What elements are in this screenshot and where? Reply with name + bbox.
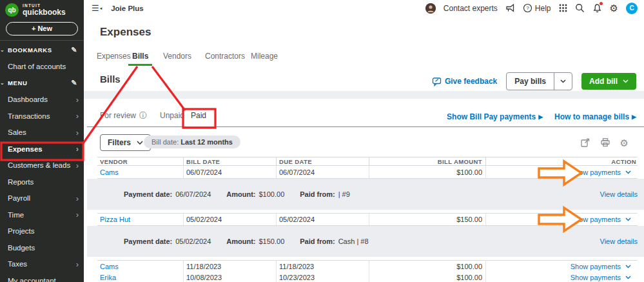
export-icon[interactable] — [580, 137, 590, 148]
vendor-link[interactable]: Pizza Hut — [100, 216, 130, 223]
sidebar-item-expenses[interactable]: Expenses › — [0, 141, 84, 157]
chevron-down-icon — [625, 170, 631, 174]
chip-value: Last 12 months — [181, 138, 233, 146]
chevron-right-icon: › — [76, 128, 79, 137]
bill-date-cell: 10/08/2023 — [183, 272, 276, 282]
chevron-down-icon — [560, 79, 566, 83]
show-payments-link[interactable]: Show payments — [571, 274, 636, 281]
vendor-link[interactable]: Cams — [100, 263, 119, 270]
new-button[interactable]: + New — [6, 22, 78, 35]
table-row: Cams 06/07/2024 06/07/2024 $100.00 Show … — [97, 166, 638, 179]
sidebar-item-my-accountant[interactable]: My accountant — [0, 272, 84, 282]
vendor-link[interactable]: Erika — [100, 274, 116, 281]
tab-contractors[interactable]: Contractors — [205, 52, 245, 64]
tab-expenses[interactable]: Expenses — [97, 52, 131, 64]
tab-mileage[interactable]: Mileage — [251, 52, 278, 64]
bill-date-filter-chip[interactable]: Bill date: Last 12 months — [144, 136, 240, 148]
settings-gear-icon[interactable]: ⚙ — [610, 3, 618, 13]
search-icon[interactable] — [575, 3, 585, 13]
chevron-down-icon — [623, 79, 629, 83]
show-bill-pay-payments-link[interactable]: Show Bill Pay payments▶ — [447, 112, 543, 121]
chevron-right-icon: › — [76, 260, 79, 268]
due-date-cell: 05/02/2024 — [276, 214, 369, 225]
how-to-manage-bills-link[interactable]: How to manage bills▶ — [554, 112, 636, 121]
collapse-caret-icon: ⌄ — [0, 47, 5, 53]
account-avatar[interactable]: C — [626, 3, 638, 14]
feedback-bubble-icon — [432, 77, 442, 86]
edit-pencil-icon[interactable]: ✎ — [71, 79, 77, 87]
pay-bills-dropdown[interactable] — [554, 73, 572, 90]
bill-amount-cell: $100.00 — [369, 272, 485, 282]
collapse-caret-icon: ⌄ — [0, 80, 5, 86]
add-bill-label: Add bill — [589, 77, 618, 86]
sidebar-item-sales[interactable]: Sales › — [0, 125, 84, 141]
show-payments-link[interactable]: Show payments — [571, 168, 636, 176]
paid-from-value: Cash | #8 — [338, 237, 369, 245]
due-date-cell: 10/23/2023 — [276, 272, 369, 282]
add-bill-button[interactable]: Add bill — [581, 73, 636, 90]
show-payments-link[interactable]: Show payments — [571, 263, 636, 270]
apps-grid-icon[interactable] — [559, 4, 567, 12]
payment-date-value: 06/07/2024 — [175, 190, 211, 198]
expense-tabs: Expenses Bills Vendors Contractors Milea… — [0, 52, 644, 67]
triangle-right-icon: ▶ — [632, 114, 636, 120]
sidebar-item-budgets[interactable]: Budgets — [0, 239, 84, 256]
sidebar-item-projects[interactable]: Projects — [0, 223, 84, 240]
table-row: Pizza Hut 05/02/2024 05/02/2024 $150.00 … — [97, 213, 638, 226]
table-settings-gear-icon[interactable]: ⚙ — [620, 138, 629, 148]
subtab-for-review[interactable]: For review ⓘ — [100, 111, 147, 120]
edit-pencil-icon[interactable]: ✎ — [71, 46, 77, 54]
sidebar-section-menu[interactable]: ⌄ MENU ✎ — [0, 75, 84, 92]
payment-date-label: Payment date: — [124, 237, 172, 245]
bill-amount-cell: $150.00 — [369, 214, 485, 225]
help-label: Help — [535, 4, 551, 13]
chevron-down-icon — [625, 265, 631, 268]
svg-text:?: ? — [526, 5, 529, 11]
hamburger-collapse-icon[interactable]: ☰◂ — [92, 3, 102, 13]
bill-amount-cell: $100.00 — [369, 166, 485, 178]
sidebar-item-taxes[interactable]: Taxes › — [0, 256, 84, 273]
pay-bills-button: Pay bills — [506, 72, 572, 90]
give-feedback-link[interactable]: Give feedback — [432, 77, 497, 86]
sidebar-item-customers-leads[interactable]: Customers & leads › — [0, 157, 84, 174]
sidebar-item-reports[interactable]: Reports — [0, 174, 84, 190]
view-details-link[interactable]: View details — [600, 237, 638, 245]
notifications-bell-icon[interactable] — [592, 3, 602, 13]
vendor-link[interactable]: Cams — [100, 168, 119, 176]
sidebar-nav: ⌄ BOOKMARKS ✎ Chart of accounts ⌄ MENU ✎… — [0, 42, 84, 282]
payment-amount-label: Amount: — [226, 237, 255, 245]
chevron-right-icon: › — [76, 112, 79, 120]
print-icon[interactable] — [600, 137, 610, 148]
view-details-link[interactable]: View details — [600, 190, 638, 198]
sidebar-item-label: Customers & leads — [8, 161, 70, 169]
sidebar-item-time[interactable]: Time › — [0, 206, 84, 223]
bill-amount-cell: $100.00 — [369, 261, 485, 272]
sidebar-item-transactions[interactable]: Transactions › — [0, 108, 84, 125]
subtab-paid[interactable]: Paid — [191, 111, 206, 120]
contact-experts-link[interactable]: Contact experts — [444, 4, 498, 13]
sidebar-section-bookmarks[interactable]: ⌄ BOOKMARKS ✎ — [0, 42, 84, 59]
tab-vendors[interactable]: Vendors — [163, 52, 191, 64]
chevron-down-icon — [625, 217, 631, 221]
pay-bills-main[interactable]: Pay bills — [507, 73, 554, 90]
company-name[interactable]: Joie Plus — [111, 5, 144, 12]
show-payments-label: Show payments — [571, 274, 621, 281]
subtab-label: For review — [100, 111, 136, 120]
sidebar-item-label: Taxes — [8, 260, 27, 268]
info-icon[interactable]: ⓘ — [139, 112, 147, 119]
subtab-unpaid[interactable]: Unpaid — [160, 111, 184, 120]
megaphone-icon[interactable] — [505, 3, 515, 13]
help-button[interactable]: ? Help — [523, 3, 551, 13]
give-feedback-label: Give feedback — [445, 77, 497, 86]
sidebar-item-chart-of-accounts[interactable]: Chart of accounts — [0, 59, 84, 76]
paid-from-label: Paid from: — [300, 237, 335, 245]
col-bill-amount: BILL AMOUNT — [369, 157, 485, 165]
show-payments-link[interactable]: Show payments — [571, 216, 636, 223]
sidebar-item-label: Sales — [8, 128, 26, 136]
tab-bills[interactable]: Bills — [128, 52, 152, 66]
sidebar-item-dashboards[interactable]: Dashboards › — [0, 92, 84, 108]
sidebar: qb INTUIT quickbooks + New ⌄ BOOKMARKS ✎… — [0, 0, 84, 282]
quickbooks-bills-page: qb INTUIT quickbooks + New ⌄ BOOKMARKS ✎… — [0, 0, 644, 282]
sidebar-item-payroll[interactable]: Payroll › — [0, 190, 84, 207]
sidebar-item-label: Budgets — [8, 244, 35, 252]
